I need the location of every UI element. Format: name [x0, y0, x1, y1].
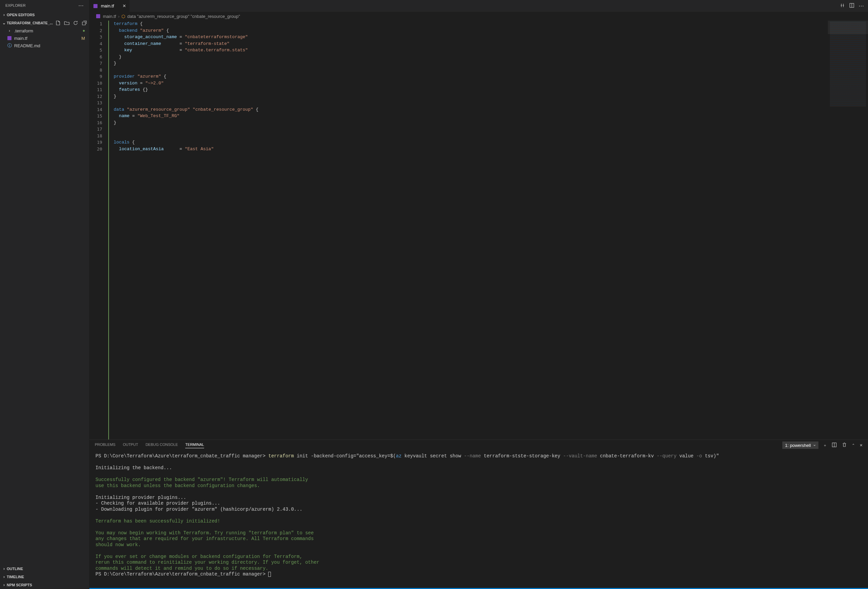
chevron-right-icon: › [7, 28, 12, 33]
info-file-icon [7, 43, 12, 48]
minimap[interactable] [828, 21, 868, 440]
explorer-title: EXPLORER [5, 3, 26, 7]
breadcrumb-separator: › [118, 14, 120, 19]
terminal-select[interactable]: 1: powershell [782, 441, 818, 449]
kill-terminal-icon[interactable] [842, 442, 847, 448]
refresh-icon[interactable] [72, 20, 79, 26]
close-panel-icon[interactable]: ✕ [859, 443, 863, 448]
chevron-right-icon: › [1, 566, 7, 571]
collapse-all-icon[interactable] [81, 20, 88, 26]
tab-terminal[interactable]: TERMINAL [185, 442, 204, 448]
npm-scripts-label: NPM SCRIPTS [7, 583, 32, 587]
symbol-icon: ⬡ [121, 14, 125, 19]
compare-changes-icon[interactable] [840, 3, 845, 9]
bottom-panel: PROBLEMS OUTPUT DEBUG CONSOLE TERMINAL 1… [89, 440, 868, 588]
chevron-right-icon: › [1, 12, 7, 17]
project-actions [55, 20, 88, 26]
outline-section[interactable]: ›OUTLINE [0, 565, 89, 573]
tab-label: main.tf [101, 3, 114, 9]
file-main-tf[interactable]: main.tf M [0, 34, 89, 42]
terminal-selector[interactable]: 1: powershell [782, 441, 818, 449]
folder-terraform[interactable]: ›.terraform • [0, 27, 89, 34]
chevron-right-icon: › [1, 574, 7, 579]
maximize-panel-icon[interactable]: ⌃ [852, 443, 855, 448]
editor-actions: ⋯ [836, 0, 868, 12]
tab-problems[interactable]: PROBLEMS [95, 442, 115, 448]
sidebar: EXPLORER ⋯ › OPEN EDITORS ⌄ TERRAFORM_CN… [0, 0, 89, 589]
explorer-more-icon[interactable]: ⋯ [78, 2, 84, 9]
project-section-header[interactable]: ⌄ TERRAFORM_CNBATE_... [0, 19, 89, 27]
breadcrumb-symbol: data "azurerm_resource_group" "cnbate_re… [127, 14, 240, 19]
git-modified-badge: M [81, 36, 85, 41]
new-terminal-icon[interactable]: ＋ [823, 443, 827, 448]
open-editors-label: OPEN EDITORS [7, 13, 35, 17]
split-editor-icon[interactable] [849, 3, 855, 9]
split-terminal-icon[interactable] [831, 442, 837, 448]
breadcrumb-file: main.tf [103, 14, 116, 19]
new-folder-icon[interactable] [63, 20, 70, 26]
open-editors-section[interactable]: › OPEN EDITORS [0, 11, 89, 19]
terraform-file-icon [96, 13, 101, 19]
timeline-section[interactable]: ›TIMELINE [0, 573, 89, 581]
project-name-label: TERRAFORM_CNBATE_... [7, 21, 53, 25]
file-name-label: README.md [14, 43, 40, 48]
editor[interactable]: 1234567891011121314151617181920 terrafor… [89, 21, 868, 440]
outline-label: OUTLINE [7, 567, 23, 571]
tab-main-tf[interactable]: main.tf ✕ [89, 0, 130, 12]
line-number-gutter: 1234567891011121314151617181920 [89, 21, 108, 440]
tab-output[interactable]: OUTPUT [123, 442, 138, 448]
minimap-content [830, 22, 866, 106]
tab-debug-console[interactable]: DEBUG CONSOLE [145, 442, 178, 448]
tab-bar: main.tf ✕ ⋯ [89, 0, 868, 12]
file-readme[interactable]: README.md [0, 42, 89, 49]
breadcrumb[interactable]: main.tf › ⬡ data "azurerm_resource_group… [89, 12, 868, 21]
close-tab-icon[interactable]: ✕ [123, 3, 126, 9]
npm-scripts-section[interactable]: ›NPM SCRIPTS [0, 581, 89, 589]
new-file-icon[interactable] [55, 20, 61, 26]
file-tree: ›.terraform • main.tf M README.md [0, 27, 89, 565]
code-area[interactable]: terraform { backend "azurerm" { storage_… [108, 21, 828, 440]
terminal-body[interactable]: PS D:\Core\Terraform\Azure\terraform_cnb… [89, 451, 868, 588]
panel-tabs: PROBLEMS OUTPUT DEBUG CONSOLE TERMINAL 1… [89, 440, 868, 451]
timeline-label: TIMELINE [7, 575, 24, 579]
main-area: main.tf ✕ ⋯ main.tf › ⬡ data "azurerm_re… [89, 0, 868, 589]
more-actions-icon[interactable]: ⋯ [859, 3, 864, 9]
terraform-file-icon [93, 3, 98, 9]
chevron-down-icon: ⌄ [1, 21, 7, 25]
explorer-header: EXPLORER ⋯ [0, 0, 89, 11]
file-name-label: main.tf [14, 36, 27, 41]
terraform-file-icon [7, 36, 12, 41]
chevron-right-icon: › [1, 583, 7, 587]
file-name-label: .terraform [14, 28, 33, 33]
minimap-slider[interactable] [828, 21, 868, 34]
